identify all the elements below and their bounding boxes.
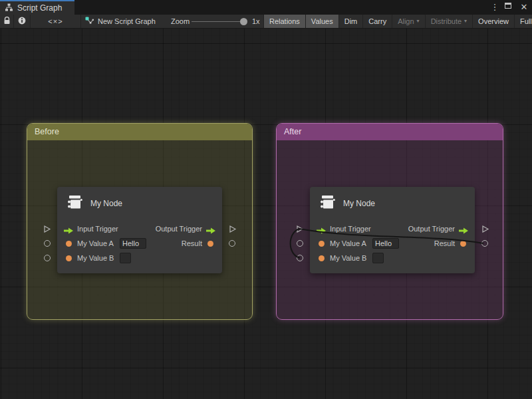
toggle-values[interactable]: Values (305, 15, 338, 28)
port-row-value-a: My Value A Result (57, 236, 222, 251)
chevron-down-icon: ▾ (417, 15, 420, 28)
node-header[interactable]: My Node (310, 187, 475, 220)
port-label-my-value-a: My Value A (77, 236, 114, 251)
toggle-full-screen[interactable]: Full Screen (514, 15, 532, 28)
graph-name-label: New Script Graph (98, 17, 156, 25)
value-field-a[interactable] (120, 238, 146, 249)
script-graph-window: Script Graph ⋮ ✕ (0, 0, 532, 399)
port-label-my-value-b: My Value B (330, 251, 366, 265)
value-port-a[interactable] (319, 241, 325, 247)
info-button[interactable] (14, 15, 31, 28)
node-my-node-after[interactable]: My Node Input Trigger Output Trigger My … (310, 187, 475, 273)
port-row-triggers: Input Trigger Output Trigger (57, 221, 222, 236)
toggle-overview[interactable]: Overview (472, 15, 514, 28)
node-title: My Node (343, 199, 375, 208)
code-view-button[interactable]: <×> (31, 15, 81, 28)
unit-icon (319, 194, 336, 213)
graph-toolbar: <×> New Script Graph Zoom 1x Relations V… (0, 15, 532, 29)
script-graph-icon (5, 2, 13, 14)
value-field-b[interactable] (372, 253, 384, 263)
outer-trigger-input-port[interactable] (43, 224, 51, 233)
toggle-dim[interactable]: Dim (338, 15, 363, 28)
node-my-node-before[interactable]: My Node Input Trigger Output Trigger My … (57, 187, 222, 273)
outer-result-port[interactable] (229, 240, 235, 247)
group-header[interactable]: After (277, 124, 503, 140)
value-field-a[interactable] (372, 238, 399, 249)
tab-script-graph[interactable]: Script Graph (0, 0, 74, 15)
group-label: After (284, 127, 301, 136)
outer-value-b-port[interactable] (44, 255, 51, 261)
graph-asset-icon (85, 17, 94, 27)
port-label-my-value-a: My Value A (330, 236, 366, 251)
outer-trigger-output-port[interactable] (481, 224, 489, 233)
tab-bar: Script Graph ⋮ ✕ (0, 0, 532, 15)
port-label-result: Result (182, 236, 202, 251)
value-port-a[interactable] (66, 241, 72, 247)
value-port-result[interactable] (207, 241, 213, 247)
toggle-carry[interactable]: Carry (362, 15, 392, 28)
group-label: Before (35, 127, 59, 136)
value-port-b[interactable] (66, 255, 72, 261)
outer-trigger-output-port[interactable] (228, 224, 237, 233)
distribute-dropdown[interactable]: Distribute ▾ (425, 15, 472, 28)
outer-value-a-port[interactable] (44, 240, 51, 247)
outer-value-a-port[interactable] (297, 240, 303, 247)
outer-result-port[interactable] (481, 240, 488, 247)
value-port-result[interactable] (460, 241, 466, 247)
lock-icon (3, 15, 11, 27)
window-menu-button[interactable]: ⋮ (490, 2, 499, 13)
chevron-down-icon: ▾ (464, 15, 467, 28)
graph-canvas[interactable]: Before After My No (0, 29, 532, 399)
zoom-label: Zoom (171, 15, 190, 28)
lock-button[interactable] (0, 15, 14, 28)
port-row-value-b: My Value B (310, 251, 475, 265)
port-row-value-a: My Value A Result (310, 236, 475, 251)
port-label-input-trigger: Input Trigger (77, 221, 118, 236)
graph-name-area: New Script Graph (85, 15, 156, 28)
maximize-icon (505, 3, 511, 9)
outer-value-b-port[interactable] (297, 255, 303, 261)
node-title: My Node (90, 199, 122, 208)
zoom-value: 1x (252, 15, 260, 28)
zoom-slider-track[interactable] (192, 21, 242, 22)
group-header[interactable]: Before (27, 124, 252, 140)
window-controls: ⋮ ✕ (490, 0, 529, 15)
toolbar-toggle-group: Relations Values Dim Carry Align ▾ Distr… (263, 15, 532, 29)
close-button[interactable]: ✕ (519, 2, 529, 13)
value-field-b[interactable] (120, 253, 131, 263)
code-icon: <×> (48, 17, 63, 25)
zoom-slider-handle[interactable] (240, 18, 247, 25)
outer-trigger-input-port[interactable] (295, 224, 304, 233)
port-label-output-trigger: Output Trigger (156, 221, 202, 236)
maximize-button[interactable] (505, 2, 514, 13)
port-label-my-value-b: My Value B (77, 251, 114, 265)
port-row-triggers: Input Trigger Output Trigger (310, 221, 475, 236)
port-label-output-trigger: Output Trigger (408, 221, 455, 236)
port-row-value-b: My Value B (57, 251, 222, 265)
align-dropdown[interactable]: Align ▾ (392, 15, 424, 28)
unit-icon (66, 194, 83, 213)
node-header[interactable]: My Node (57, 187, 222, 220)
tab-title: Script Graph (17, 3, 62, 13)
value-port-b[interactable] (319, 255, 325, 261)
port-label-input-trigger: Input Trigger (330, 221, 371, 236)
toggle-relations[interactable]: Relations (263, 15, 305, 28)
port-label-result: Result (434, 236, 455, 251)
info-icon (18, 15, 26, 27)
